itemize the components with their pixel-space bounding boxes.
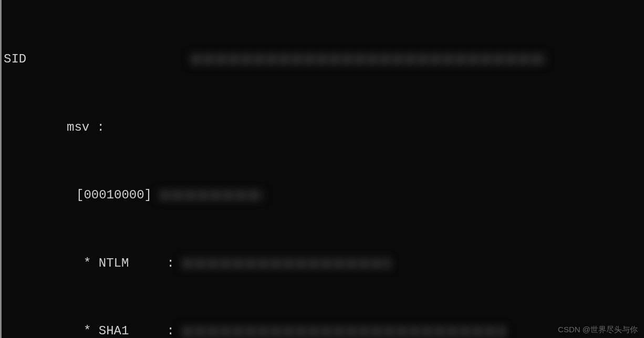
ntlm-value-redacted [181, 258, 391, 269]
msv-entry1: [00010000] [4, 187, 642, 204]
watermark: CSDN @世界尽头与你 [558, 324, 638, 335]
msv-ntlm-line: * NTLM : [4, 255, 642, 272]
terminal-output: SID msv : [00010000] * NTLM : * SHA1 : [… [2, 0, 644, 338]
sid-label: SID [4, 51, 26, 68]
sha1-value-redacted [181, 326, 506, 337]
msv-label: msv : [67, 119, 105, 136]
msv-sha1-line: * SHA1 : [4, 323, 642, 338]
msv-section: msv : [4, 119, 642, 136]
entry-id: [00010000] [76, 187, 152, 204]
ntlm-label: * NTLM : [84, 255, 174, 272]
sid-line: SID [4, 51, 642, 68]
sha1-label: * SHA1 : [84, 323, 174, 338]
entry1-name-redacted [158, 189, 263, 201]
sid-value-redacted [189, 54, 546, 65]
